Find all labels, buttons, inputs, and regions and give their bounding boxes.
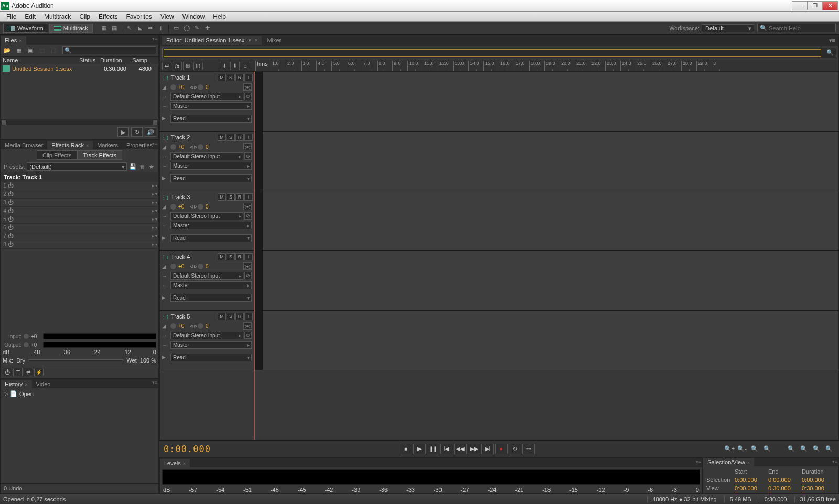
automation-mode-select[interactable]: Read xyxy=(170,115,252,123)
send-icon[interactable]: ⊞ xyxy=(183,62,192,70)
monitor-button[interactable]: I xyxy=(244,134,253,141)
monitor-button[interactable]: I xyxy=(244,253,253,260)
chevron-right-icon[interactable]: ▸ ▾ xyxy=(152,183,157,188)
workspace-select[interactable]: Default xyxy=(702,24,754,32)
files-scrollbar[interactable] xyxy=(1,119,158,125)
volume-value[interactable]: +0 xyxy=(178,323,188,329)
close-icon[interactable]: × xyxy=(86,143,89,148)
timeline-ruler[interactable]: hms 1,02,03,04,05,06,07,08,09,010,011,01… xyxy=(255,61,836,71)
fx-lightning-icon[interactable]: ⚡ xyxy=(34,368,44,376)
mute-button[interactable]: M xyxy=(218,313,226,320)
new-file-icon[interactable]: ▦ xyxy=(14,46,24,54)
automation-expand-icon[interactable]: ▶ xyxy=(162,295,169,300)
zoom-all-icon[interactable]: 🔍 xyxy=(823,444,835,454)
sv-view-end[interactable]: 0:30.000 xyxy=(768,485,802,491)
skip-button[interactable]: ⤳ xyxy=(522,444,535,454)
volume-value[interactable]: +0 xyxy=(178,84,188,90)
autoplay-icon[interactable]: 🔊 xyxy=(145,127,156,137)
automation-mode-select[interactable]: Read xyxy=(170,234,252,242)
automation-mode-select[interactable]: Read xyxy=(170,354,252,361)
chevron-right-icon[interactable]: ▸ ▾ xyxy=(152,225,157,230)
track-effects-tab[interactable]: Track Effects xyxy=(77,150,122,160)
mixer-tab[interactable]: Mixer xyxy=(263,36,285,45)
chevron-right-icon[interactable]: ▸ ▾ xyxy=(152,217,157,222)
chevron-right-icon[interactable]: ▸ ▾ xyxy=(152,234,157,238)
power-icon[interactable]: ⏻ xyxy=(8,182,15,190)
tool-icon[interactable]: ▦ xyxy=(110,24,119,33)
volume-value[interactable]: +0 xyxy=(178,204,188,210)
automation-expand-icon[interactable]: ▶ xyxy=(162,116,169,121)
input-gain-value[interactable]: +0 xyxy=(31,334,41,339)
waveform-mode-button[interactable]: Waveform xyxy=(3,24,48,33)
track-name[interactable]: Track 4 xyxy=(170,254,217,260)
zoom-in-icon[interactable]: 🔍+ xyxy=(724,444,735,454)
arm-record-button[interactable]: R xyxy=(235,313,244,320)
close-icon[interactable]: × xyxy=(25,382,27,387)
editor-tab[interactable]: Editor: Untitled Session 1.sesx ▼ × xyxy=(162,36,262,45)
heal-tool-icon[interactable]: ✚ xyxy=(203,24,212,33)
close-icon[interactable]: × xyxy=(183,461,186,466)
fx-slot[interactable]: 7⏻▸ ▾ xyxy=(1,232,158,240)
output-gain-value[interactable]: +0 xyxy=(31,342,41,348)
fx-slot[interactable]: 2⏻▸ ▾ xyxy=(1,190,158,199)
automation-mode-select[interactable]: Read xyxy=(170,294,252,302)
fx-list-icon[interactable]: ☰ xyxy=(13,368,23,376)
track-drag-icon[interactable]: ⋮⫿ xyxy=(161,314,169,320)
volume-knob[interactable] xyxy=(170,84,177,91)
solo-button[interactable]: S xyxy=(227,74,235,81)
phase-icon[interactable]: ((●)) xyxy=(243,322,252,330)
track-name[interactable]: Track 5 xyxy=(170,313,217,320)
power-icon[interactable]: ⏻ xyxy=(8,241,15,248)
rewind-button[interactable]: ◀◀ xyxy=(454,444,467,454)
track-output-select[interactable]: Master xyxy=(170,281,252,289)
arm-record-button[interactable]: R xyxy=(235,193,244,201)
pan-knob[interactable] xyxy=(197,203,204,210)
automation-expand-icon[interactable]: ▶ xyxy=(162,176,169,181)
mute-button[interactable]: M xyxy=(218,193,226,201)
close-icon[interactable]: × xyxy=(19,38,21,43)
menu-edit[interactable]: Edit xyxy=(20,12,40,21)
forward-button[interactable]: ▶▶ xyxy=(468,444,480,454)
slip-tool-icon[interactable]: ⇔ xyxy=(146,24,155,33)
delete-preset-icon[interactable]: 🗑 xyxy=(138,163,146,170)
fx-power-icon[interactable]: ⏻ xyxy=(3,368,12,376)
close-icon[interactable]: × xyxy=(255,38,257,43)
pan-knob[interactable] xyxy=(197,323,204,330)
fx-slot[interactable]: 3⏻▸ ▾ xyxy=(1,199,158,207)
pan-value[interactable]: 0 xyxy=(206,144,215,150)
track-input-select[interactable]: Default Stereo Input xyxy=(170,212,243,220)
panel-menu-icon[interactable]: ▾≡ xyxy=(152,141,157,146)
track-content[interactable] xyxy=(263,132,838,191)
timecode[interactable]: 0:00.000 xyxy=(164,444,211,454)
zoom-icon[interactable]: 🔍 xyxy=(826,49,834,56)
loop-preview-icon[interactable]: ↻ xyxy=(131,127,143,137)
markers-tab[interactable]: Markers xyxy=(93,141,122,149)
arm-record-button[interactable]: R xyxy=(235,253,244,260)
sv-view-start[interactable]: 0:00.000 xyxy=(735,485,768,491)
stop-button[interactable]: ■ xyxy=(400,444,412,454)
multitrack-mode-button[interactable]: Multitrack xyxy=(49,24,93,33)
chevron-right-icon[interactable]: ▸ ▾ xyxy=(152,192,157,196)
track-input-select[interactable]: Default Stereo Input xyxy=(170,152,243,160)
timeline-overview[interactable]: 🔍 xyxy=(162,48,836,58)
pan-value[interactable]: 0 xyxy=(206,204,215,210)
filter-icon[interactable]: ⬚ xyxy=(37,46,47,54)
lasso-tool-icon[interactable]: ◯ xyxy=(182,24,191,33)
phase-icon[interactable]: ((●)) xyxy=(243,83,252,91)
zoom-reset-icon[interactable]: 🔍 xyxy=(811,444,822,454)
track-output-select[interactable]: Master xyxy=(170,102,252,110)
menu-multitrack[interactable]: Multitrack xyxy=(40,12,75,21)
import-icon[interactable]: ▣ xyxy=(26,46,35,54)
files-tab[interactable]: Files× xyxy=(1,36,26,45)
panel-menu-icon[interactable]: ▾≡ xyxy=(152,36,157,41)
volume-knob[interactable] xyxy=(170,203,177,210)
track-output-select[interactable]: Master xyxy=(170,162,252,170)
selection-view-tab[interactable]: Selection/View× xyxy=(703,458,754,466)
phase-icon[interactable]: ((●)) xyxy=(243,203,252,210)
track-drag-icon[interactable]: ⋮⫿ xyxy=(161,75,169,81)
menu-window[interactable]: Window xyxy=(178,12,209,21)
loop-button[interactable]: ↻ xyxy=(509,444,521,454)
panel-menu-icon[interactable]: ▾≡ xyxy=(829,37,838,44)
razor-tool-icon[interactable]: ◣ xyxy=(135,24,145,33)
history-item[interactable]: ▷ 📄 Open xyxy=(2,389,157,398)
